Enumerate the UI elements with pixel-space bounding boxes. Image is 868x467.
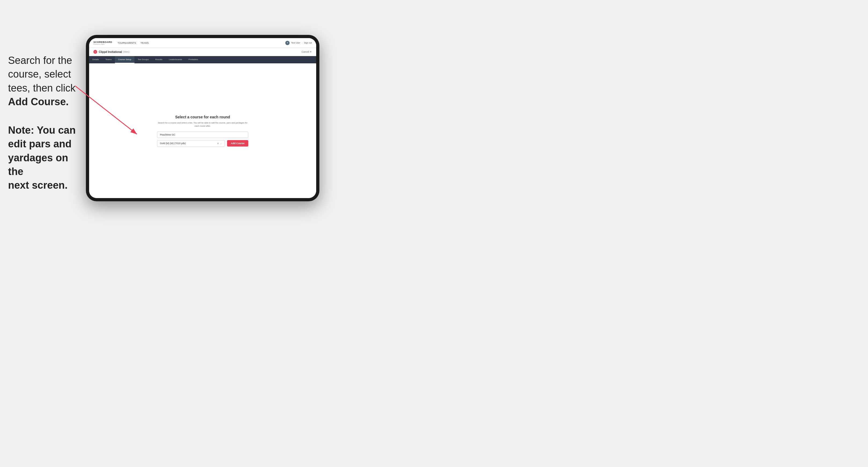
tab-teams[interactable]: Teams (102, 56, 115, 63)
tee-clear-icon[interactable]: ✕ (217, 142, 219, 145)
tee-select-icons: ✕ ⌄ (217, 142, 222, 145)
tee-select[interactable]: Gold (M) (M) (7010 yds) ✕ ⌄ (157, 140, 225, 147)
tab-details[interactable]: Details (89, 56, 102, 63)
logo: SCOREBOARD Powered by clippd (93, 41, 112, 45)
note-text: Note: You can edit pars and yardages on … (8, 123, 83, 192)
separator: | (302, 41, 303, 44)
tournament-icon: C (93, 50, 97, 54)
card-description: Search for a course and select a tee. Yo… (157, 121, 248, 128)
tournament-type: (Men) (123, 51, 130, 53)
nav-right: T Test User | Sign out (285, 41, 312, 45)
tab-course-setup[interactable]: Course Setup (115, 56, 134, 63)
tab-bar: Details Teams Course Setup Tee Groups Re… (89, 56, 316, 63)
chevron-down-icon: ⌄ (220, 142, 222, 145)
tablet-frame: SCOREBOARD Powered by clippd TOURNAMENTS… (86, 35, 319, 201)
instructions-panel: Search for the course, select tees, then… (8, 54, 83, 192)
nav-links: TOURNAMENTS TEAMS (118, 41, 285, 44)
add-course-button[interactable]: Add Course (227, 140, 248, 147)
tee-select-value: Gold (M) (M) (7010 yds) (160, 142, 186, 145)
course-search-input[interactable] (157, 131, 248, 138)
card-title: Select a course for each round (157, 115, 248, 119)
tab-tee-groups[interactable]: Tee Groups (134, 56, 152, 63)
instruction-text: Search for the course, select tees, then… (8, 54, 83, 109)
nav-tournaments[interactable]: TOURNAMENTS (118, 41, 136, 44)
tab-results[interactable]: Results (152, 56, 165, 63)
tab-printables[interactable]: Printables (185, 56, 201, 63)
main-content: Select a course for each round Search fo… (89, 63, 316, 198)
avatar: T (285, 41, 289, 45)
top-nav: SCOREBOARD Powered by clippd TOURNAMENTS… (89, 38, 316, 48)
user-name: Test User (291, 41, 300, 44)
course-setup-card: Select a course for each round Search fo… (157, 115, 248, 147)
tournament-name: Clippd Invitational (99, 51, 122, 54)
tournament-header: C Clippd Invitational (Men) Cancel ✕ (89, 48, 316, 56)
nav-teams[interactable]: TEAMS (141, 41, 149, 44)
sign-out-link[interactable]: Sign out (304, 41, 312, 44)
tee-select-row: Gold (M) (M) (7010 yds) ✕ ⌄ Add Course (157, 140, 248, 147)
tab-leaderboards[interactable]: Leaderboards (165, 56, 185, 63)
logo-area: SCOREBOARD Powered by clippd (93, 41, 112, 45)
cancel-button[interactable]: Cancel ✕ (302, 51, 312, 53)
tablet-screen: SCOREBOARD Powered by clippd TOURNAMENTS… (89, 38, 316, 198)
